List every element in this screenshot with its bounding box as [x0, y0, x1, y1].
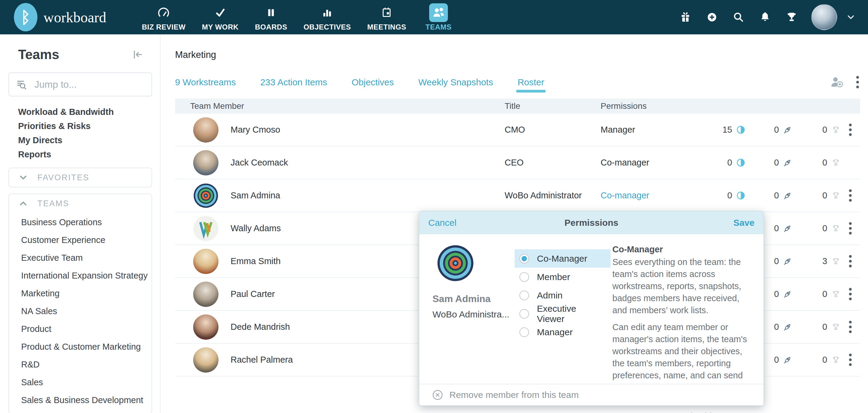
sidebar-team-item[interactable]: Marketing: [21, 284, 152, 302]
radio-button[interactable]: [519, 272, 529, 282]
permission-option-member[interactable]: Member: [515, 268, 611, 286]
radio-button[interactable]: [519, 309, 529, 319]
sidebar-link-reports[interactable]: Reports: [18, 147, 160, 162]
rockets-count: 0: [745, 191, 792, 201]
teams-toggle[interactable]: TEAMS: [9, 194, 152, 213]
permission-option-manager[interactable]: Manager: [515, 323, 611, 341]
sidebar-team-item[interactable]: Executive Team: [21, 249, 152, 267]
search-icon[interactable]: [732, 10, 745, 24]
save-button[interactable]: Save: [688, 218, 754, 228]
member-permission[interactable]: Co-manager: [600, 191, 649, 200]
tab-objectives[interactable]: Objectives: [351, 77, 394, 88]
badges-count: 0: [792, 322, 840, 332]
permission-option-executive-viewer[interactable]: Executive Viewer: [515, 305, 611, 323]
badge-trophy-icon: [831, 191, 840, 200]
jump-to-search[interactable]: [8, 72, 152, 97]
member-permission[interactable]: Co-manager: [600, 158, 649, 167]
sidebar-team-item[interactable]: Sales & Business Development: [21, 391, 152, 409]
roster-menu-icon[interactable]: [855, 75, 860, 90]
permission-description-title: Co-Manager: [612, 243, 750, 255]
gift-icon[interactable]: [679, 10, 692, 24]
bar-chart-icon: [318, 3, 337, 22]
badge-trophy-icon: [831, 224, 840, 233]
nav-item-my-work[interactable]: MY WORK: [202, 3, 239, 31]
sidebar-team-item[interactable]: Customer Experience: [21, 231, 152, 249]
row-menu-icon[interactable]: [848, 123, 853, 137]
rocket-icon: [783, 355, 792, 365]
nav-item-boards[interactable]: BOARDS: [255, 3, 287, 31]
sidebar-link-priorities-risks[interactable]: Priorities & Risks: [18, 119, 160, 133]
row-menu-icon[interactable]: [848, 319, 853, 334]
sidebar-team-item[interactable]: Business Operations: [21, 213, 152, 231]
badges-count: 0: [792, 223, 840, 233]
sidebar-team-item[interactable]: Sales: [21, 374, 152, 391]
dialog-member-name: Sam Admina: [433, 293, 515, 305]
rocket-icon: [783, 256, 792, 266]
boards-icon: [262, 3, 280, 22]
chevron-up-icon: [18, 198, 28, 209]
member-title: CMO: [505, 125, 600, 135]
member-permission[interactable]: Manager: [600, 125, 635, 134]
workboard-logo[interactable]: ᛒ workboard: [14, 3, 106, 31]
member-avatar: [193, 314, 218, 340]
member-title: CEO: [505, 158, 600, 168]
badges-count: 0: [792, 355, 840, 365]
remove-member-label: Remove member from this team: [450, 390, 579, 400]
row-menu-icon[interactable]: [848, 287, 853, 302]
sidebar-team-item[interactable]: NA Sales: [21, 302, 152, 320]
jump-to-input[interactable]: [34, 79, 145, 91]
tab-233-action-items[interactable]: 233 Action Items: [260, 77, 327, 88]
permission-option-admin[interactable]: Admin: [515, 286, 611, 305]
badge-trophy-icon: [831, 355, 840, 365]
sidebar-collapse-icon[interactable]: [132, 48, 144, 61]
cancel-button[interactable]: Cancel: [428, 218, 495, 228]
notifications-bell-icon[interactable]: [758, 10, 772, 24]
action-items-count: 0: [701, 191, 745, 201]
column-permissions: Permissions: [600, 101, 860, 111]
table-row: Jack Ceomack CEO Co-manager 0 0 0: [175, 146, 860, 179]
add-icon[interactable]: [705, 10, 719, 24]
user-avatar[interactable]: [811, 4, 837, 30]
nav-item-meetings[interactable]: MEETINGS: [367, 3, 406, 31]
row-menu-icon[interactable]: [848, 221, 853, 236]
remove-member-button[interactable]: Remove member from this team: [419, 384, 764, 406]
favorites-toggle[interactable]: FAVORITES: [9, 168, 152, 187]
awards-trophy-icon[interactable]: [785, 10, 799, 24]
sidebar-team-item[interactable]: R&D: [21, 356, 152, 374]
nav-item-biz-review[interactable]: BIZ REVIEW: [142, 3, 186, 31]
tab-9-workstreams[interactable]: 9 Workstreams: [175, 77, 236, 88]
radio-button[interactable]: [519, 290, 529, 300]
sidebar-team-item[interactable]: Product: [21, 320, 152, 338]
row-menu-icon[interactable]: [848, 254, 853, 269]
check-icon: [211, 3, 230, 22]
rocket-icon: [783, 158, 792, 167]
progress-icon: [736, 125, 745, 134]
radio-button[interactable]: [519, 254, 529, 264]
column-team-member: Team Member: [175, 101, 505, 111]
brand-name: workboard: [43, 9, 106, 26]
sidebar-link-workload-bandwidth[interactable]: Workload & Bandwidth: [18, 105, 160, 119]
tab-weekly-snapshots[interactable]: Weekly Snapshots: [418, 77, 493, 88]
user-menu-chevron-down-icon[interactable]: [846, 12, 856, 22]
permission-option-co-manager[interactable]: Co-Manager: [515, 249, 611, 268]
add-member-icon[interactable]: [830, 75, 844, 90]
dialog-title: Permissions: [495, 218, 688, 228]
sidebar-link-my-directs[interactable]: My Directs: [18, 133, 160, 147]
nav-item-teams[interactable]: TEAMS: [423, 3, 455, 31]
tab-roster[interactable]: Roster: [518, 77, 544, 88]
table-header: Team Member Title Permissions: [175, 99, 860, 114]
badges-count: 0: [792, 125, 840, 135]
row-menu-icon[interactable]: [848, 352, 853, 367]
member-name: Jack Ceomack: [230, 158, 288, 168]
teams-label: TEAMS: [37, 199, 69, 208]
sidebar-team-item[interactable]: International Expansion Strategy: [21, 267, 152, 284]
member-name: Mary Cmoso: [230, 125, 280, 135]
nav-item-objectives[interactable]: OBJECTIVES: [304, 3, 351, 31]
teams-sidebar: Teams Workload & Bandwidth Priorities & …: [0, 34, 161, 413]
member-avatar: [193, 282, 218, 307]
badges-count: 0: [792, 158, 840, 168]
sidebar-team-item[interactable]: Product & Customer Marketing: [21, 338, 152, 356]
row-menu-icon[interactable]: [848, 188, 853, 203]
people-icon: [429, 3, 448, 22]
radio-button[interactable]: [519, 328, 529, 337]
